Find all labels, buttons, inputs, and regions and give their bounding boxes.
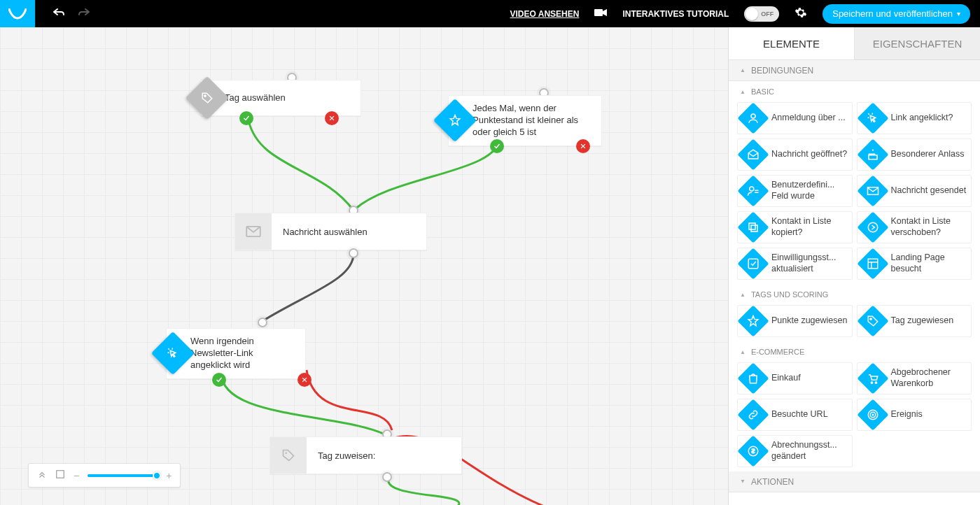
palette-item-message-opened[interactable]: Nachricht geöffnet?	[737, 138, 853, 171]
palette-basic: Anmeldung über ... Link angeklickt? Nach…	[729, 102, 980, 284]
tab-properties[interactable]: EIGENSCHAFTEN	[855, 27, 980, 60]
chevron-up-icon: ▲	[740, 292, 746, 298]
tag-icon-box	[270, 437, 307, 474]
tag-icon	[281, 448, 295, 462]
zoom-knob[interactable]	[153, 471, 161, 480]
chevron-up-icon: ▲	[740, 67, 746, 73]
cart-icon	[857, 362, 888, 394]
connector-port[interactable]	[258, 318, 267, 327]
palette-item-copied-to-list[interactable]: Kontakt in Liste kopiert?	[737, 211, 853, 243]
palette-item-message-sent[interactable]: Nachricht gesendet	[857, 175, 972, 207]
mail-open-icon	[737, 138, 769, 170]
mail-icon	[246, 226, 261, 237]
palette-item-label: Kontakt in Liste kopiert?	[771, 216, 848, 238]
palette-item-label: Punkte zugewiesen	[771, 315, 847, 327]
palette-item-label: Einkauf	[771, 373, 801, 384]
fit-screen-button[interactable]	[55, 469, 65, 481]
connector-port[interactable]	[382, 472, 392, 482]
logo[interactable]	[0, 0, 35, 27]
palette-item-label: Einwilligungsst... aktualisiert	[771, 252, 848, 274]
node-link-clicked[interactable]: Wenn irgendein Newsletter-Link angeklick…	[150, 328, 306, 379]
node-select-message[interactable]: Nachricht auswählen	[234, 213, 427, 250]
palette-item-custom-field[interactable]: Benutzerdefini... Feld wurde	[737, 175, 853, 207]
node-label: Tag auswählen	[225, 92, 286, 104]
connection-wires	[0, 27, 728, 505]
section-actions[interactable]: ▲ AKTIONEN	[729, 471, 980, 492]
node-label: Nachricht auswählen	[283, 227, 368, 237]
redo-button[interactable]	[78, 8, 90, 19]
yes-output[interactable]	[239, 111, 253, 125]
target-icon	[857, 399, 888, 430]
star-icon	[737, 305, 769, 336]
group-basic-header[interactable]: ▲ BASIC	[729, 81, 980, 102]
group-label: TAGS UND SCORING	[751, 290, 828, 299]
palette-item-label: Abrechnungsst... geändert	[771, 440, 848, 462]
palette-item-special-occasion[interactable]: Besonderer Anlass	[857, 138, 972, 171]
layout-icon	[857, 248, 888, 279]
palette-item-link-clicked[interactable]: Link angeklickt?	[857, 102, 972, 134]
x-icon	[580, 143, 587, 150]
no-output[interactable]	[325, 111, 339, 125]
svg-rect-9	[751, 225, 757, 232]
check-icon	[493, 142, 501, 150]
tag-icon	[201, 92, 214, 104]
palette-item-label: Kontakt in Liste verschoben?	[891, 216, 967, 238]
tutorial-label: INTERAKTIVES TUTORIAL	[622, 9, 729, 19]
svg-point-10	[868, 222, 878, 232]
publish-button-label: Speichern und veröffentlichen	[832, 8, 953, 19]
publish-button[interactable]: Speichern und veröffentlichen	[822, 4, 970, 24]
cursor-click-icon	[857, 102, 888, 134]
mail-icon-box	[235, 213, 272, 250]
node-assign-tag[interactable]: Tag zuweisen:	[270, 436, 462, 474]
chevron-down-icon: ▲	[740, 478, 746, 485]
group-tags-header[interactable]: ▲ TAGS UND SCORING	[729, 284, 980, 305]
zoom-toolbar: − +	[28, 463, 181, 488]
x-icon	[301, 376, 308, 383]
svg-rect-0	[594, 9, 603, 16]
palette-item-tag-assigned[interactable]: Tag zugewiesen	[857, 305, 972, 337]
node-score-condition[interactable]: Jedes Mal, wenn der Punktestand ist klei…	[433, 95, 602, 146]
tab-elements[interactable]: ELEMENTE	[729, 27, 855, 60]
svg-point-6	[750, 187, 754, 191]
zoom-in-button[interactable]: +	[166, 470, 172, 481]
palette-item-signup[interactable]: Anmeldung über ...	[737, 102, 853, 134]
yes-output[interactable]	[490, 139, 504, 153]
redo-icon	[78, 8, 90, 17]
section-conditions[interactable]: ▲ BEDINGUNGEN	[729, 60, 980, 81]
palette-item-billing-changed[interactable]: Abrechnungsst... geändert	[737, 435, 853, 467]
palette-item-moved-to-list[interactable]: Kontakt in Liste verschoben?	[857, 211, 972, 243]
dollar-refresh-icon	[737, 435, 769, 467]
video-link[interactable]: VIDEO ANSEHEN	[510, 9, 580, 19]
palette-item-visited-url[interactable]: Besuchte URL	[737, 399, 853, 431]
undo-button[interactable]	[53, 8, 64, 19]
chevrons-up-icon	[37, 469, 47, 479]
workflow-canvas[interactable]: Tag auswählen Jedes Mal, wenn der Punkte…	[0, 27, 728, 505]
palette-item-abandoned-cart[interactable]: Abgebrochener Warenkorb	[857, 362, 972, 394]
palette-item-landing-page[interactable]: Landing Page besucht	[857, 248, 972, 280]
collapse-button[interactable]	[37, 469, 47, 481]
zoom-out-button[interactable]: −	[74, 470, 79, 481]
palette-item-score-assigned[interactable]: Punkte zugewiesen	[737, 305, 853, 337]
group-label: E-COMMERCE	[751, 348, 804, 356]
svg-rect-11	[748, 259, 758, 269]
settings-button[interactable]	[794, 6, 807, 21]
svg-point-18	[872, 414, 874, 415]
node-select-tag[interactable]: Tag auswählen	[185, 80, 361, 116]
svg-point-5	[751, 114, 755, 118]
yes-output[interactable]	[212, 373, 226, 387]
palette-item-consent-updated[interactable]: Einwilligungsst... aktualisiert	[737, 248, 853, 280]
no-output[interactable]	[298, 373, 312, 387]
topbar: VIDEO ANSEHEN INTERAKTIVES TUTORIAL OFF …	[0, 0, 980, 27]
no-output[interactable]	[576, 139, 590, 153]
connector-port[interactable]	[349, 248, 358, 258]
tutorial-toggle[interactable]: OFF	[744, 6, 779, 22]
palette-ecommerce: Einkauf Abgebrochener Warenkorb Besuchte…	[729, 362, 980, 471]
palette-item-purchase[interactable]: Einkauf	[737, 362, 853, 394]
link-icon	[737, 399, 769, 430]
chevron-up-icon: ▲	[740, 89, 746, 95]
palette-item-event[interactable]: Ereignis	[857, 399, 972, 431]
side-panel: ELEMENTE EIGENSCHAFTEN ▲ BEDINGUNGEN ▲ B…	[728, 27, 980, 505]
zoom-slider[interactable]	[88, 474, 158, 477]
group-ecommerce-header[interactable]: ▲ E-COMMERCE	[729, 341, 980, 362]
arrow-right-circle-icon	[857, 211, 888, 243]
